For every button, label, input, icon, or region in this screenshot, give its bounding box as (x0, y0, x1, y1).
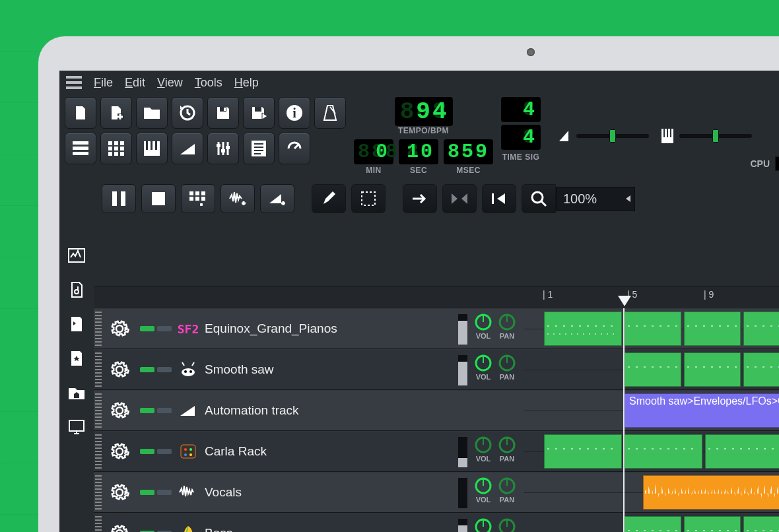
audio-clip[interactable] (643, 475, 779, 510)
track-name[interactable]: Bass (205, 526, 232, 532)
pan-knob[interactable]: PAN (498, 517, 516, 532)
add-sample-track-button[interactable] (220, 184, 255, 213)
sidebar-home-icon[interactable] (67, 383, 86, 402)
midi-clip[interactable] (743, 516, 779, 532)
record-bb-button[interactable] (181, 184, 215, 213)
volume-knob[interactable]: VOL (474, 313, 492, 340)
track-row[interactable]: Carla Rack VOL PAN variat (94, 431, 779, 472)
open-button[interactable] (136, 97, 168, 129)
sidebar-computer-icon[interactable] (67, 418, 86, 436)
gear-icon[interactable] (110, 523, 129, 532)
sidebar-instruments-icon[interactable] (67, 246, 86, 265)
pan-knob[interactable]: PAN (498, 354, 516, 381)
track-row[interactable]: Automation track Smooth saw>Envelopes/LF… (94, 390, 779, 431)
playhead-line[interactable] (623, 308, 625, 532)
menu-tools[interactable]: Tools (195, 76, 222, 90)
pan-knob[interactable]: PAN (498, 436, 516, 463)
midi-clip[interactable] (684, 352, 741, 387)
export-button[interactable] (243, 97, 275, 129)
solo-led[interactable] (157, 326, 172, 331)
mute-led[interactable] (140, 449, 154, 454)
track-row[interactable]: Vocals VOL PAN (94, 472, 779, 513)
volume-knob[interactable]: VOL (474, 517, 492, 532)
gear-icon[interactable] (110, 319, 129, 339)
forward-button[interactable] (403, 184, 437, 213)
menu-view[interactable]: View (157, 76, 183, 90)
pan-knob[interactable]: PAN (498, 313, 516, 340)
track-name[interactable]: Carla Rack (205, 444, 267, 459)
new-from-template-button[interactable] (100, 97, 132, 129)
draw-mode-button[interactable] (312, 184, 346, 213)
automation-clip[interactable]: Smooth saw>Envelopes/LFOs>Cutof (625, 393, 779, 428)
midi-clip[interactable] (743, 352, 779, 387)
gear-icon[interactable] (110, 401, 129, 420)
recent-button[interactable] (172, 97, 203, 129)
solo-led[interactable] (157, 449, 172, 454)
solo-led[interactable] (157, 490, 172, 495)
playhead-marker-icon[interactable] (618, 296, 631, 306)
drag-handle-icon[interactable] (95, 352, 102, 387)
time-signature[interactable]: 84 84 TIME SIG (501, 97, 541, 175)
mute-led[interactable] (140, 408, 154, 413)
pause-button[interactable] (102, 184, 136, 213)
mute-led[interactable] (140, 490, 154, 495)
new-project-button[interactable] (65, 97, 96, 129)
track-row[interactable]: Smooth saw VOL PAN (94, 349, 779, 390)
drag-handle-icon[interactable] (95, 475, 102, 510)
drag-handle-icon[interactable] (95, 434, 102, 469)
add-automation-track-button[interactable] (260, 184, 294, 213)
midi-clip[interactable] (625, 352, 681, 387)
controller-button[interactable] (279, 133, 310, 164)
gear-icon[interactable] (110, 482, 129, 502)
menu-edit[interactable]: Edit (125, 76, 145, 90)
midi-clip[interactable] (684, 516, 741, 532)
pan-knob[interactable]: PAN (498, 477, 516, 504)
midi-clip[interactable] (544, 434, 622, 469)
bb-editor-button[interactable] (100, 133, 132, 164)
track-name[interactable]: Equinox_Grand_Pianos (205, 321, 337, 336)
track-row[interactable]: Bass VOL PAN (94, 513, 779, 532)
track-name[interactable]: Smooth saw (205, 362, 274, 377)
save-button[interactable] (207, 97, 239, 129)
mute-led[interactable] (140, 326, 154, 331)
volume-knob[interactable]: VOL (474, 354, 492, 381)
song-editor-button[interactable] (65, 133, 96, 164)
midi-clip[interactable] (684, 312, 741, 346)
sidebar-presets-icon[interactable] (67, 315, 86, 333)
sidebar-samples-icon[interactable] (67, 281, 86, 299)
midi-clip[interactable] (705, 434, 779, 469)
midi-clip[interactable] (743, 312, 779, 346)
automation-editor-button[interactable] (172, 133, 203, 164)
info-button[interactable]: i (279, 97, 310, 129)
volume-knob[interactable]: VOL (474, 477, 492, 504)
zoom-field[interactable]: 100% (556, 187, 635, 211)
track-name[interactable]: Automation track (205, 403, 299, 418)
solo-led[interactable] (157, 408, 172, 413)
volume-knob[interactable]: VOL (474, 436, 492, 463)
sidebar-favorites-icon[interactable] (67, 349, 86, 368)
midi-clip[interactable] (625, 516, 681, 532)
select-mode-button[interactable] (351, 184, 386, 213)
notes-button[interactable] (243, 133, 275, 164)
solo-led[interactable] (157, 367, 172, 372)
master-volume-slider[interactable] (558, 128, 649, 144)
menu-file[interactable]: File (94, 76, 113, 90)
drag-handle-icon[interactable] (95, 393, 102, 428)
gear-icon[interactable] (110, 442, 129, 461)
timeline-ruler[interactable]: 1 5 9 13 (94, 286, 779, 308)
midi-clip[interactable] (625, 312, 681, 346)
master-pitch-slider[interactable] (661, 128, 752, 144)
track-name[interactable]: Vocals (205, 485, 242, 500)
track-row[interactable]: SF2 Equinox_Grand_Pianos VOL PAN variat (94, 308, 779, 349)
gear-icon[interactable] (110, 360, 129, 380)
drag-handle-icon[interactable] (95, 312, 102, 346)
skip-start-button[interactable] (482, 184, 516, 213)
tempo-display[interactable]: 88894 TEMPO/BPM 8880MIN 8810SEC 888859MS… (354, 97, 493, 175)
loop-points-button[interactable] (442, 184, 477, 213)
mute-led[interactable] (140, 367, 154, 372)
stop-button[interactable] (141, 184, 176, 213)
midi-clip[interactable] (544, 312, 622, 346)
midi-clip[interactable] (625, 434, 702, 469)
mixer-button[interactable] (207, 133, 239, 164)
menu-help[interactable]: Help (234, 76, 259, 90)
